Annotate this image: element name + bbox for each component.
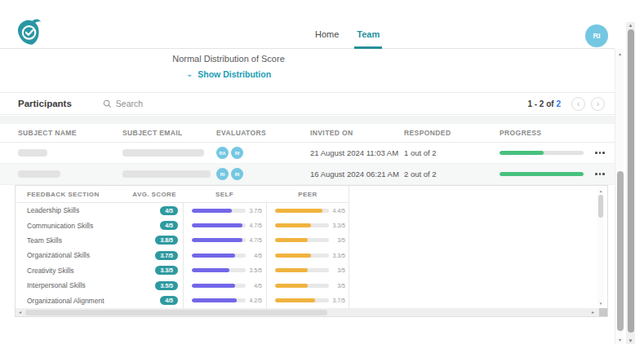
feedback-section-label: Communication Skills — [27, 222, 93, 230]
evaluator-avatar[interactable]: RI — [231, 147, 243, 159]
evaluator-avatar[interactable]: RI — [231, 168, 243, 180]
table-row[interactable]: RARI 21 August 2024 11:03 AM 1 out of 2 — [0, 143, 615, 164]
participants-table: SUBJECT NAME SUBJECT EMAIL EVALUATORS IN… — [0, 124, 615, 185]
scroll-left-icon[interactable]: ◂ — [19, 309, 21, 315]
scroll-down-icon[interactable]: ▾ — [615, 337, 624, 342]
participants-toolbar: Participants Search 1 - 2 of 2 ‹ › — [0, 93, 615, 115]
avg-score-badge: 3.8/5 — [155, 236, 178, 245]
redacted-subject-email — [122, 170, 211, 178]
feedback-panel: FEEDBACK SECTION AVG. SCORE SELF PEER Le… — [15, 185, 608, 317]
feedback-row: Communication Skills 4/5 4.7/5 3.3/5 — [17, 218, 349, 232]
feedback-section-label: Leadership Skills — [27, 206, 79, 214]
show-distribution-label: Show Distribution — [198, 69, 271, 79]
self-score-value: 4/5 — [254, 253, 262, 258]
self-score-value: 3.5/5 — [249, 267, 262, 273]
avg-score-badge: 3.3/5 — [155, 266, 178, 275]
peer-score-value: 3.7/5 — [332, 298, 345, 303]
feedback-table-header: FEEDBACK SECTION AVG. SCORE SELF PEER — [17, 186, 349, 203]
evaluator-avatar[interactable]: RI — [216, 168, 229, 180]
col-self: SELF — [183, 191, 266, 198]
peer-score-value: 3/5 — [337, 283, 345, 289]
feedback-section-label: Organizational Alignment — [27, 297, 104, 305]
redacted-subject-name — [18, 170, 60, 178]
panel-horizontal-scrollbar[interactable]: ◂ ▸ — [16, 308, 607, 316]
col-subject-name: SUBJECT NAME — [18, 129, 122, 137]
feedback-row: Team Skills 3.8/5 4.7/5 3/5 — [17, 233, 349, 248]
self-score-bar — [192, 284, 246, 288]
section-divider — [0, 116, 615, 124]
scroll-up-icon[interactable]: ▲ — [626, 23, 635, 28]
self-score-bar — [192, 209, 246, 213]
search-input[interactable]: Search — [103, 99, 143, 108]
chevron-down-icon: ⌄ — [186, 69, 193, 78]
panel-hscroll-thumb[interactable] — [25, 310, 327, 315]
content-vscroll-thumb[interactable] — [617, 171, 624, 331]
scroll-right-icon[interactable]: ▸ — [592, 309, 594, 315]
row-actions-button[interactable] — [595, 152, 605, 154]
progress-bar — [500, 172, 584, 176]
peer-score-bar — [275, 268, 329, 272]
self-score-bar — [192, 223, 246, 227]
main-nav: Home Team — [313, 0, 382, 49]
col-responded: RESPONDED — [404, 129, 500, 137]
self-score-bar — [192, 268, 246, 272]
content-vertical-scrollbar[interactable]: ▴ ▾ — [615, 49, 624, 344]
feedback-row: Creativity Skills 3.3/5 3.5/5 3/5 — [17, 263, 349, 278]
col-progress: PROGRESS — [500, 129, 615, 137]
peer-score-value: 3/5 — [337, 267, 345, 273]
peer-score-value: 3.3/5 — [332, 223, 345, 228]
peer-score-bar — [275, 209, 329, 213]
scroll-up-icon[interactable]: ▴ — [597, 188, 604, 193]
invited-on-value: 16 August 2024 06:21 AM — [310, 170, 404, 179]
feedback-rows: Leadership Skills 4/5 3.7/5 4.4/5 Commun… — [17, 203, 349, 308]
scroll-down-icon[interactable]: ▾ — [597, 301, 604, 306]
search-placeholder: Search — [116, 99, 143, 108]
user-avatar[interactable]: RI — [585, 24, 608, 47]
self-score-value: 4.7/5 — [249, 237, 262, 243]
row-actions-button[interactable] — [595, 173, 605, 175]
scroll-down-icon[interactable]: ▼ — [626, 338, 635, 343]
progress-bar — [500, 151, 584, 155]
feedback-section-label: Creativity Skills — [27, 267, 74, 275]
avg-score-badge: 4/5 — [160, 206, 178, 215]
redacted-subject-name — [18, 149, 47, 157]
scroll-up-icon[interactable]: ▴ — [615, 51, 624, 56]
redacted-subject-email — [122, 149, 204, 157]
pagination-range: 1 - 2 of 2 — [527, 99, 561, 108]
nav-team[interactable]: Team — [354, 29, 382, 49]
self-score-bar — [192, 254, 246, 258]
responded-value: 2 out of 2 — [404, 170, 500, 179]
panel-vscroll-thumb[interactable] — [598, 195, 603, 218]
panel-vertical-scrollbar[interactable]: ▴ ▾ — [597, 187, 604, 307]
feedback-row: Organizational Alignment 4/5 4.2/5 3.7/5 — [17, 293, 349, 307]
evaluator-avatar[interactable]: RA — [216, 147, 229, 159]
peer-score-bar — [275, 223, 329, 227]
evaluator-avatars: RARI — [216, 147, 310, 159]
window-vscroll-thumb[interactable] — [628, 29, 634, 333]
pagination: 1 - 2 of 2 ‹ › — [527, 97, 605, 111]
self-score-value: 4/5 — [254, 283, 262, 289]
feedback-row: Leadership Skills 4/5 3.7/5 4.4/5 — [17, 203, 349, 218]
col-evaluators: EVALUATORS — [216, 129, 310, 137]
evaluator-avatars: RIRI — [216, 168, 310, 180]
peer-score-bar — [275, 238, 329, 242]
avg-score-badge: 4/5 — [160, 296, 178, 305]
self-score-value: 3.7/5 — [249, 208, 262, 214]
avg-score-badge: 3.7/5 — [155, 251, 178, 260]
col-peer: PEER — [266, 191, 349, 198]
col-feedback-section: FEEDBACK SECTION — [27, 191, 100, 198]
peer-score-bar — [275, 254, 329, 258]
peer-score-bar — [275, 298, 329, 302]
nav-home[interactable]: Home — [313, 29, 341, 49]
peer-score-value: 3.3/5 — [332, 253, 345, 258]
brand-logo-icon[interactable] — [15, 16, 44, 47]
pagination-prev-button[interactable]: ‹ — [571, 97, 585, 111]
feedback-table: FEEDBACK SECTION AVG. SCORE SELF PEER Le… — [17, 186, 349, 308]
window-vertical-scrollbar[interactable]: ▲ ▼ — [626, 22, 635, 344]
scrollbar-corner — [599, 308, 607, 316]
table-row[interactable]: RIRI 16 August 2024 06:21 AM 2 out of 2 — [0, 164, 615, 185]
self-score-value: 4.7/5 — [249, 223, 262, 228]
show-distribution-link[interactable]: ⌄Show Distribution — [0, 69, 457, 79]
pagination-next-button[interactable]: › — [591, 97, 605, 111]
self-score-value: 4.2/5 — [249, 298, 262, 303]
